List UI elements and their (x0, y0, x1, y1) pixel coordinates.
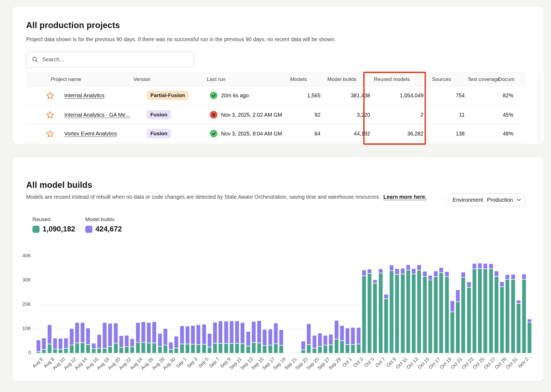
bar-reused (473, 269, 476, 353)
table-right-divider (539, 73, 539, 143)
bar-model-builds (307, 324, 311, 344)
bar-reused (37, 352, 40, 353)
bar-model-builds (257, 321, 261, 343)
y-axis-tick-40K: 40K (15, 253, 31, 259)
legend-swatch-icon (32, 226, 40, 233)
bar-model-builds (48, 325, 52, 344)
project-name-link[interactable]: Vortex Event Analytics (64, 124, 117, 143)
bar-reused (373, 284, 377, 353)
bar-model-builds (478, 263, 482, 268)
search-box[interactable] (26, 52, 194, 68)
project-name-text[interactable]: Internal Analytics - GA Me... (64, 112, 130, 118)
bar-reused (467, 288, 471, 353)
bar-reused (368, 274, 371, 353)
favorite-star-icon[interactable] (46, 105, 54, 124)
bar-model-builds (169, 342, 173, 349)
bar-model-builds (202, 324, 206, 344)
bar-model-builds (158, 334, 162, 346)
bar-reused (412, 274, 416, 353)
bar-model-builds (130, 339, 134, 346)
bar-model-builds (70, 329, 74, 345)
bar-model-builds (528, 319, 531, 322)
bar-reused (59, 349, 62, 353)
bar-reused (130, 347, 134, 353)
bar-model-builds (42, 338, 46, 349)
bar-reused (81, 343, 84, 353)
project-name-text[interactable]: Vortex Event Analytics (64, 131, 117, 137)
bar-reused (70, 345, 74, 353)
bar-model-builds (489, 264, 493, 269)
legend-value: 424,672 (95, 225, 122, 233)
bar-reused (528, 322, 531, 353)
legend-value-row: 1,090,182 (32, 225, 75, 233)
run-error-icon (210, 111, 218, 119)
legend-label: Model builds (85, 216, 122, 222)
bar-model-builds (434, 271, 438, 277)
bar-model-builds (53, 338, 57, 348)
bar-reused (439, 273, 443, 353)
favorite-star-icon[interactable] (46, 86, 54, 105)
sources-value: 11 (459, 105, 465, 124)
bar-reused (268, 345, 272, 353)
bar-reused (456, 302, 460, 353)
column-header-reused-models: Reused models (374, 73, 410, 86)
environment-dropdown-label: Environment (453, 197, 483, 203)
bar-model-builds (335, 321, 338, 339)
bar-reused (406, 270, 410, 353)
bar-reused (158, 347, 162, 353)
run-success-icon (210, 129, 218, 138)
column-header-last-run: Last run (207, 73, 226, 86)
bar-model-builds (235, 321, 239, 343)
learn-more-link[interactable]: Learn more here. (383, 194, 426, 200)
bar-model-builds (445, 272, 449, 276)
project-name-text[interactable]: Internal Analytics (64, 92, 104, 99)
bar-model-builds (450, 301, 454, 311)
bar-model-builds (505, 275, 509, 279)
bar-model-builds (340, 326, 344, 340)
bar-model-builds (390, 265, 393, 271)
builds-card-description: Models are reused instead of rebuilt whe… (26, 194, 426, 200)
bar-reused (186, 344, 189, 353)
search-input[interactable] (42, 56, 190, 63)
bar-reused (423, 277, 427, 353)
bar-model-builds (423, 272, 427, 277)
bar-model-builds (92, 343, 96, 348)
test-coverage-value: 82% (503, 86, 513, 105)
bar-reused (136, 343, 140, 353)
bar-reused (340, 341, 344, 353)
bar-reused (213, 343, 217, 353)
project-name-link[interactable]: Internal Analytics (64, 86, 104, 105)
environment-dropdown[interactable]: Environment Production (448, 194, 526, 206)
bar-reused (241, 344, 244, 353)
y-axis-tick-20K: 20K (15, 301, 31, 307)
bar-reused (252, 343, 256, 353)
bar-reused (301, 350, 305, 353)
bar-reused (108, 347, 112, 353)
bar-reused (390, 271, 393, 353)
bar-reused (219, 344, 222, 353)
run-success-icon (210, 91, 218, 99)
bar-reused (428, 280, 432, 353)
project-name-link[interactable]: Internal Analytics - GA Me... (64, 105, 130, 124)
bar-reused (103, 349, 107, 353)
bar-reused (329, 345, 333, 353)
bar-model-builds (401, 269, 405, 274)
bar-reused (119, 348, 123, 353)
model-builds-chart: 010K20K30K40KAug 6Aug 8Aug 10Aug 12Aug 1… (34, 256, 532, 353)
bar-model-builds (224, 321, 228, 343)
table-row: Internal AnalyticsPartial-Fusion20m 6s a… (26, 86, 525, 105)
bar-model-builds (219, 321, 222, 343)
favorite-star-icon[interactable] (46, 124, 54, 143)
bar-reused (92, 349, 96, 353)
bar-model-builds (362, 270, 366, 276)
model-builds-card: All model builds Models are reused inste… (12, 157, 544, 381)
version-badge-label: Partial-Fusion (147, 91, 189, 100)
models-value: 84 (314, 124, 320, 143)
bar-model-builds (208, 334, 211, 346)
bar-model-builds (75, 323, 79, 342)
bar-reused (522, 280, 526, 353)
test-coverage-value: 45% (503, 105, 513, 124)
column-header-project-name: Project name (51, 73, 81, 86)
version-badge: Fusion (147, 105, 171, 124)
bar-model-builds (180, 326, 184, 344)
